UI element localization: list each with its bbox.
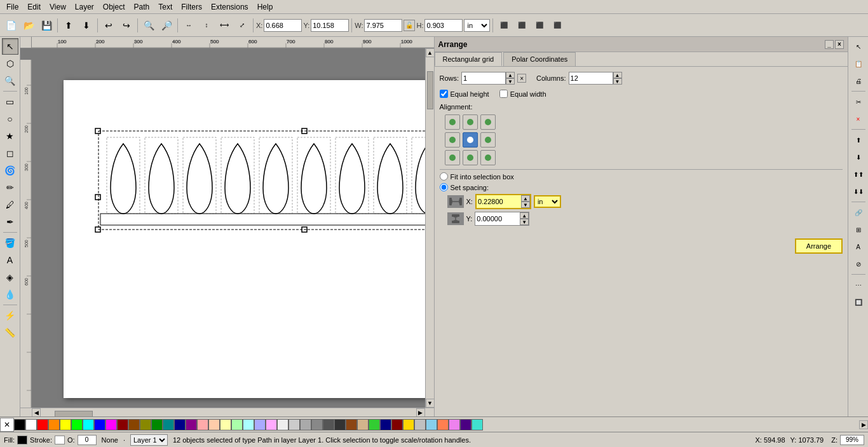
- color-swatch-lavender[interactable]: [266, 419, 277, 430]
- ellipse-tool[interactable]: ○: [2, 111, 18, 127]
- color-swatch-orange[interactable]: [48, 419, 60, 430]
- menu-object[interactable]: Object: [99, 1, 129, 13]
- menu-filters[interactable]: Filters: [177, 1, 206, 13]
- spiral-tool[interactable]: 🌀: [2, 162, 18, 179]
- color-swatch-skyblue[interactable]: [426, 419, 437, 430]
- open-button[interactable]: 📂: [20, 17, 37, 34]
- paint-bucket-tool[interactable]: 🪣: [2, 235, 18, 251]
- color-swatch-lime[interactable]: [369, 419, 380, 430]
- select-tool[interactable]: ↖: [2, 38, 18, 55]
- align-top-center[interactable]: [463, 114, 478, 130]
- measure-tool[interactable]: 📏: [2, 324, 18, 341]
- color-swatch-tan[interactable]: [357, 419, 369, 430]
- zoom-out-button[interactable]: 🔎: [158, 17, 175, 34]
- color-swatch-green[interactable]: [71, 419, 83, 430]
- transform-btn-4[interactable]: ⤢: [234, 17, 250, 34]
- color-swatch-red[interactable]: [37, 419, 48, 430]
- node-tool[interactable]: ⬡: [2, 55, 18, 72]
- export-button[interactable]: ⬇: [78, 17, 95, 34]
- vertical-scrollbar[interactable]: ▲ ▼: [425, 48, 434, 408]
- menu-extensions[interactable]: Extensions: [207, 1, 252, 13]
- align-bottom-left[interactable]: [445, 150, 460, 165]
- set-spacing-radio[interactable]: [440, 183, 448, 191]
- fill-color-box[interactable]: [17, 436, 27, 444]
- menu-text[interactable]: Text: [154, 1, 176, 13]
- fit-into-radio[interactable]: [440, 172, 448, 181]
- right-tool-12[interactable]: A: [850, 238, 867, 255]
- tab-polar-coordinates[interactable]: Polar Coordinates: [503, 52, 576, 66]
- color-swatch-coral[interactable]: [437, 419, 449, 430]
- x-spacing-unit-select[interactable]: in px mm: [534, 195, 561, 208]
- color-swatch-turquoise[interactable]: [471, 419, 483, 430]
- color-swatch-lightgreen[interactable]: [231, 419, 243, 430]
- unit-select[interactable]: in px mm cm: [464, 19, 490, 32]
- right-tool-10[interactable]: 🔗: [850, 204, 867, 221]
- align-middle-left[interactable]: [445, 132, 460, 148]
- align-top-left[interactable]: [445, 114, 460, 130]
- color-swatch-darkgreen[interactable]: [151, 419, 163, 430]
- x-spacing-up-button[interactable]: ▲: [521, 195, 530, 202]
- zoom-in-button[interactable]: 🔍: [140, 17, 157, 34]
- right-tool-2[interactable]: 📋: [850, 55, 867, 72]
- y-spacing-input[interactable]: [475, 212, 520, 225]
- eyedropper-tool[interactable]: 💧: [2, 286, 18, 303]
- color-swatch-black[interactable]: [14, 419, 25, 430]
- color-swatch-peach[interactable]: [208, 419, 220, 430]
- color-swatch-cyan[interactable]: [83, 419, 94, 430]
- opacity-input[interactable]: [78, 435, 97, 445]
- color-swatch-teal[interactable]: [163, 419, 174, 430]
- x-spacing-input[interactable]: [477, 195, 521, 208]
- align-bottom-center[interactable]: [463, 150, 478, 165]
- gradient-tool[interactable]: ◈: [2, 269, 18, 285]
- right-tool-13[interactable]: ⊘: [850, 256, 867, 272]
- right-tool-15[interactable]: 🔲: [850, 294, 867, 310]
- color-swatch-gray2[interactable]: [288, 419, 300, 430]
- align-right-button[interactable]: ⬛: [531, 17, 548, 34]
- right-tool-11[interactable]: ⊞: [850, 221, 867, 238]
- color-swatch-blue[interactable]: [94, 419, 105, 430]
- equal-height-checkbox[interactable]: [440, 90, 448, 98]
- transform-btn-3[interactable]: ⟷: [216, 17, 233, 34]
- tab-rectangular-grid[interactable]: Rectangular grid: [435, 52, 503, 66]
- right-tool-1[interactable]: ↖: [850, 38, 867, 55]
- menu-help[interactable]: Help: [254, 1, 277, 13]
- y-spacing-up-button[interactable]: ▲: [520, 212, 529, 219]
- color-swatch-gold[interactable]: [403, 419, 414, 430]
- color-swatch-magenta[interactable]: [105, 419, 117, 430]
- align-center[interactable]: [463, 132, 478, 148]
- color-swatch-gray5[interactable]: [323, 419, 334, 430]
- color-swatch-pink[interactable]: [197, 419, 208, 430]
- no-color-button[interactable]: ✕: [0, 418, 14, 432]
- rows-clear-button[interactable]: ×: [517, 74, 526, 83]
- color-swatch-darkred[interactable]: [117, 419, 128, 430]
- layer-select[interactable]: Layer 1: [130, 434, 168, 446]
- zoom-input[interactable]: [840, 435, 864, 445]
- pencil-tool[interactable]: ✏: [2, 179, 18, 196]
- right-tool-3[interactable]: 🖨: [850, 72, 867, 89]
- color-swatch-indigo[interactable]: [460, 419, 471, 430]
- right-tool-9[interactable]: ⬇⬇: [850, 183, 867, 200]
- align-bottom-right[interactable]: [480, 150, 496, 165]
- right-tool-14[interactable]: ⋯: [850, 277, 867, 293]
- transform-btn-2[interactable]: ↕: [198, 17, 215, 34]
- color-swatch-violet[interactable]: [449, 419, 460, 430]
- horizontal-scrollbar[interactable]: ◀ ▶: [20, 408, 434, 416]
- h-input[interactable]: [424, 19, 463, 32]
- color-swatch-lightcyan[interactable]: [243, 419, 254, 430]
- align-middle-right[interactable]: [480, 132, 496, 148]
- rows-up-button[interactable]: ▲: [506, 72, 515, 78]
- scroll-down-button[interactable]: ▼: [426, 399, 434, 408]
- align-top-button[interactable]: ⬛: [549, 17, 566, 34]
- scroll-right-button[interactable]: ▶: [416, 408, 425, 416]
- arrange-button[interactable]: Arrange: [795, 238, 843, 254]
- color-swatch-white[interactable]: [25, 419, 37, 430]
- redo-button[interactable]: ↪: [118, 17, 135, 34]
- rows-down-button[interactable]: ▼: [506, 78, 515, 85]
- panel-close-button[interactable]: ×: [835, 40, 844, 49]
- import-button[interactable]: ⬆: [60, 17, 77, 34]
- menu-file[interactable]: File: [3, 1, 22, 13]
- color-swatch-gray6[interactable]: [334, 419, 346, 430]
- scroll-up-button[interactable]: ▲: [426, 48, 434, 57]
- menu-view[interactable]: View: [46, 1, 70, 13]
- palette-scroll-right[interactable]: ▶: [859, 420, 868, 429]
